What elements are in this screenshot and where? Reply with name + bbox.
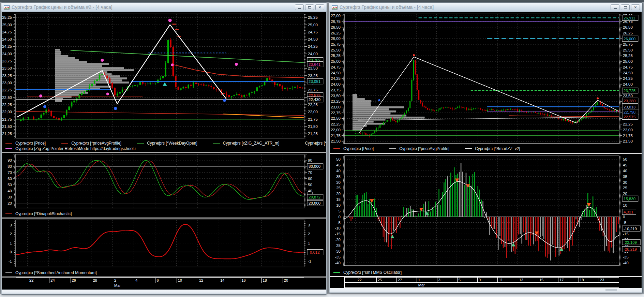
svg-text:26,75: 26,75 — [331, 19, 341, 24]
legend-block: Сургнфгз [*Smoothed Anchored Momentum] — [2, 270, 326, 277]
svg-text:0: 0 — [339, 215, 341, 219]
stochastic-panel[interactable]: 9090808070706060505040403030202080,00029… — [2, 153, 326, 211]
minimize-button[interactable] — [295, 4, 304, 10]
svg-text:25,00: 25,00 — [331, 59, 341, 63]
svg-text:26,000: 26,000 — [624, 37, 635, 41]
legend-item: Сургнфгз [*smTMMS Oscillator] — [333, 270, 402, 275]
svg-text:26,50: 26,50 — [623, 25, 633, 29]
legend-item: Сургнфгз [*KLR] — [295, 141, 326, 146]
svg-text:24,25: 24,25 — [308, 44, 318, 48]
price-chart[interactable]: 25,2525,2525,0025,0024,7524,7524,5024,50… — [2, 12, 326, 140]
momentum-panel[interactable]: 33221100-1-1-0,012 — [2, 219, 326, 270]
legend-label: Сургнфгз [*priceAvgProfile] — [71, 141, 121, 146]
svg-text:5: 5 — [339, 209, 341, 213]
svg-text:24,75: 24,75 — [623, 65, 633, 69]
svg-text:-35: -35 — [335, 255, 341, 259]
svg-text:21,75: 21,75 — [623, 134, 633, 138]
legend-block: Сургнфгз [Price]Сургнфгз [*priceAvgProfi… — [2, 140, 326, 152]
legend-row: Сургнфгз [Zig-Zag Pointer RefreshMode ht… — [2, 146, 326, 151]
svg-text:23,25: 23,25 — [2, 74, 12, 78]
svg-text:21,50: 21,50 — [623, 139, 633, 143]
svg-text:40: 40 — [336, 169, 341, 173]
legend-row: Сургнфгз [*Smoothed Anchored Momentum] — [2, 270, 326, 276]
oscillator-bars — [349, 163, 618, 261]
svg-text:-1: -1 — [9, 259, 12, 263]
legend-label: Сургнфгз [*SmartZZ_v2] — [475, 146, 520, 151]
window-title: Сургнфгз График цены и объёма - [4 часа] — [340, 4, 609, 10]
window-bottom-strip — [330, 288, 642, 292]
svg-text:23,280: 23,280 — [624, 99, 635, 103]
legend-label: Сургнфгз [*DinapoliStochastic] — [15, 211, 72, 216]
svg-text:40: 40 — [623, 169, 627, 173]
close-button[interactable]: ✕ — [315, 4, 324, 10]
desktop-top-edge — [0, 0, 644, 2]
legend-item: Сургнфгз [Price] — [5, 141, 46, 146]
svg-text:25,25: 25,25 — [331, 54, 341, 58]
date-cell: 28 — [92, 278, 113, 283]
date-cell: 17 — [558, 278, 578, 282]
svg-text:24,25: 24,25 — [623, 76, 633, 80]
date-cell: 22 — [356, 278, 376, 282]
legend-swatch — [5, 148, 12, 149]
svg-text:-22,109: -22,109 — [624, 240, 637, 244]
legend-label: Сургнфгз [Price] — [15, 141, 46, 146]
legend-swatch — [5, 272, 12, 273]
date-cell: 20 — [283, 278, 304, 283]
svg-text:-15: -15 — [623, 232, 629, 236]
svg-text:-0,012: -0,012 — [309, 250, 320, 254]
window-title: Сургнфгз График цены и объёма #2 - [4 ча… — [12, 4, 293, 10]
svg-text:22,75: 22,75 — [308, 88, 318, 92]
legend-swatch — [5, 213, 12, 214]
minimize-button[interactable] — [611, 4, 619, 10]
legend-row: Сургнфгз [*smTMMS Oscillator] — [330, 270, 642, 275]
restore-button[interactable] — [305, 4, 314, 10]
restore-icon — [624, 6, 627, 9]
svg-text:24,25: 24,25 — [331, 76, 341, 80]
svg-text:21,50: 21,50 — [331, 139, 341, 143]
svg-text:25,25: 25,25 — [308, 15, 318, 19]
date-cell: 3 — [437, 278, 457, 282]
date-cell: 14 — [219, 278, 240, 283]
svg-text:45: 45 — [623, 163, 627, 167]
window-titlebar[interactable]: Сургнфгз График цены и объёма - [4 часа]… — [329, 3, 642, 12]
svg-text:22,790: 22,790 — [624, 110, 635, 114]
date-cell — [345, 278, 356, 282]
legend-block: Сургнфгз [Price]Сургнфгз [*priceAvgProfi… — [330, 146, 642, 153]
date-cell: 26 — [71, 278, 92, 283]
legend-swatch — [465, 148, 472, 149]
date-cell: 19 — [579, 278, 599, 282]
resize-grip[interactable] — [605, 289, 617, 291]
price-chart[interactable]: 27,0027,0026,7526,7526,5026,5026,2526,25… — [330, 12, 642, 146]
chart-window-2: Сургнфгз График цены и объёма - [4 часа]… — [329, 2, 643, 293]
svg-text:24,25: 24,25 — [2, 44, 12, 48]
month-cell: Mar — [113, 283, 304, 288]
svg-text:70: 70 — [8, 170, 12, 175]
time-axis[interactable]: 22242628246101214161820Mar — [16, 278, 304, 288]
svg-text:24,00: 24,00 — [623, 82, 633, 86]
volume-profile — [55, 49, 134, 102]
svg-text:1: 1 — [10, 241, 12, 245]
svg-text:29,872: 29,872 — [309, 195, 320, 199]
window-titlebar[interactable]: Сургнфгз График цены и объёма #2 - [4 ча… — [1, 3, 327, 12]
svg-text:60: 60 — [8, 177, 12, 181]
svg-text:24,75: 24,75 — [2, 30, 12, 34]
date-cell: 1 — [417, 278, 437, 282]
month-spacer — [345, 283, 417, 287]
time-axis[interactable]: 2225271359111315171923Mar — [344, 277, 619, 288]
legend-item: Сургнфгз [*SmartZZ_v2] — [465, 146, 520, 151]
svg-text:4,321: 4,321 — [624, 210, 633, 214]
window-bottom-strip — [2, 289, 326, 294]
svg-text:25,50: 25,50 — [331, 48, 341, 52]
svg-text:21,25: 21,25 — [2, 132, 12, 136]
svg-text:23,641: 23,641 — [309, 62, 320, 66]
legend-item: Сургнфгз [Zig-Zag Pointer RefreshMode ht… — [5, 146, 136, 151]
svg-text:3: 3 — [308, 223, 310, 227]
oscillator-panel[interactable]: 5050454540403535303025252020151510105500… — [330, 154, 642, 269]
svg-text:-30: -30 — [335, 249, 341, 253]
svg-text:25,25: 25,25 — [2, 15, 12, 19]
restore-button[interactable] — [621, 4, 630, 10]
svg-text:23,75: 23,75 — [331, 88, 341, 92]
legend-item: Сургнфгз [*priceAvgProfile] — [389, 146, 449, 151]
close-button[interactable]: ✕ — [631, 4, 640, 10]
svg-text:-5: -5 — [623, 221, 626, 225]
